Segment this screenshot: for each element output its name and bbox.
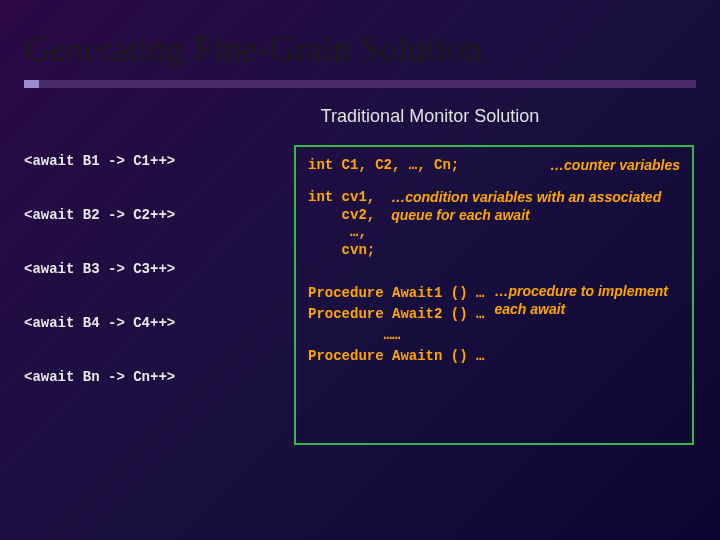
counter-decl: int C1, C2, …, Cn; xyxy=(308,157,459,173)
title-area: Generating Fine-Grain Solution Tradition… xyxy=(0,0,720,135)
condvar-comment: …condition variables with an associated … xyxy=(391,189,680,224)
monitor-column: int C1, C2, …, Cn; …counter variables in… xyxy=(294,145,710,445)
procs-row: Procedure Await1 () … Procedure Await2 (… xyxy=(308,283,680,367)
monitor-box: int C1, C2, …, Cn; …counter variables in… xyxy=(294,145,694,445)
slide-title: Generating Fine-Grain Solution xyxy=(24,28,696,70)
await-line: <await B4 -> C4++> xyxy=(24,315,294,331)
title-rule xyxy=(24,80,696,88)
await-line: <await B1 -> C1++> xyxy=(24,153,294,169)
await-line: <await Bn -> Cn++> xyxy=(24,369,294,385)
counter-comment: …counter variables xyxy=(534,157,680,173)
condvar-row: int cv1, cv2, …, cvn; …condition variabl… xyxy=(308,189,680,259)
await-line: <await B2 -> C2++> xyxy=(24,207,294,223)
procs-comment: …procedure to implement each await xyxy=(494,283,680,318)
counter-row: int C1, C2, …, Cn; …counter variables xyxy=(308,157,680,173)
await-list: <await B1 -> C1++> <await B2 -> C2++> <a… xyxy=(24,145,294,445)
await-line: <await B3 -> C3++> xyxy=(24,261,294,277)
content-area: <await B1 -> C1++> <await B2 -> C2++> <a… xyxy=(0,135,720,455)
condvar-decl: int cv1, cv2, …, cvn; xyxy=(308,189,375,259)
slide-subtitle: Traditional Monitor Solution xyxy=(164,106,696,127)
procs-decl: Procedure Await1 () … Procedure Await2 (… xyxy=(308,283,484,367)
